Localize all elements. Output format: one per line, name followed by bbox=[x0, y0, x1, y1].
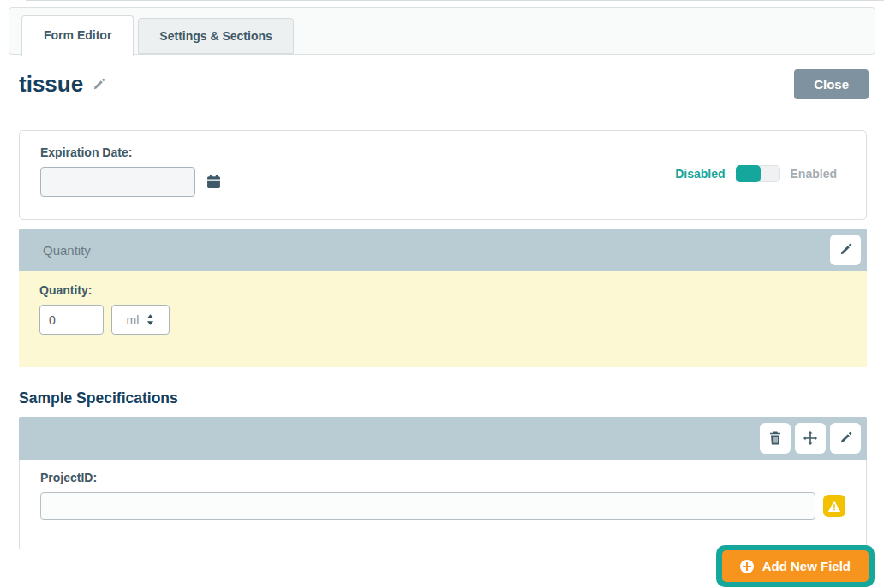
quantity-input[interactable] bbox=[39, 305, 104, 335]
move-arrows-icon bbox=[803, 431, 817, 445]
quantity-section-body: Quantity: ml bbox=[19, 271, 867, 367]
pencil-icon bbox=[839, 243, 852, 257]
page-title-wrap: tissue bbox=[19, 71, 105, 98]
tab-form-editor-label: Form Editor bbox=[44, 28, 111, 42]
tab-settings-sections-label: Settings & Sections bbox=[159, 29, 272, 43]
enable-toggle-group: Disabled Enabled bbox=[675, 165, 837, 182]
pencil-icon bbox=[839, 431, 852, 445]
project-id-row bbox=[40, 492, 845, 520]
quantity-section-header: Quantity bbox=[19, 229, 867, 271]
tab-strip: Form Editor Settings & Sections bbox=[9, 7, 875, 55]
tab-list: Form Editor Settings & Sections bbox=[21, 15, 294, 54]
toggle-enabled-label: Enabled bbox=[791, 167, 837, 181]
project-id-label: ProjectID: bbox=[40, 471, 845, 484]
edit-quantity-button[interactable] bbox=[830, 235, 861, 265]
enable-toggle[interactable] bbox=[736, 165, 780, 182]
close-button[interactable]: Close bbox=[794, 69, 869, 99]
tab-settings-sections[interactable]: Settings & Sections bbox=[138, 18, 293, 54]
quantity-row: ml bbox=[39, 305, 846, 335]
quantity-section: Quantity Quantity: ml bbox=[19, 229, 867, 367]
plus-circle-icon bbox=[740, 560, 754, 573]
edit-section-button[interactable] bbox=[830, 423, 861, 454]
quantity-section-title: Quantity bbox=[43, 243, 826, 258]
sample-specifications-section: ProjectID: bbox=[19, 417, 867, 549]
delete-section-button[interactable] bbox=[760, 423, 791, 454]
toggle-disabled-label: Disabled bbox=[675, 167, 725, 181]
add-new-field-button[interactable]: Add New Field bbox=[722, 550, 869, 582]
warning-triangle-icon bbox=[827, 500, 841, 513]
spec-section-header bbox=[19, 417, 867, 460]
sample-specifications-heading: Sample Specifications bbox=[19, 389, 884, 407]
tab-form-editor[interactable]: Form Editor bbox=[21, 15, 134, 56]
window-top-divider bbox=[26, 0, 884, 1]
page-title: tissue bbox=[19, 71, 83, 98]
unit-select-value: ml bbox=[127, 313, 140, 327]
expiration-date-label: Expiration Date: bbox=[40, 146, 845, 159]
move-section-button[interactable] bbox=[795, 423, 826, 454]
project-id-input[interactable] bbox=[40, 492, 815, 520]
unit-select[interactable]: ml bbox=[111, 305, 170, 335]
add-new-field-ring: Add New Field bbox=[716, 545, 875, 587]
spec-section-body: ProjectID: bbox=[19, 460, 867, 549]
title-row: tissue Close bbox=[19, 69, 869, 99]
expiration-date-input[interactable] bbox=[40, 167, 195, 197]
toggle-knob bbox=[736, 165, 761, 182]
quantity-field-label: Quantity: bbox=[39, 283, 846, 297]
calendar-icon[interactable] bbox=[206, 175, 221, 189]
warning-badge[interactable] bbox=[823, 495, 845, 517]
add-new-field-label: Add New Field bbox=[762, 559, 851, 573]
edit-title-pencil-icon[interactable] bbox=[92, 78, 105, 92]
trash-icon bbox=[768, 431, 782, 445]
expiration-date-panel: Expiration Date: Disabled Enabled bbox=[19, 130, 867, 220]
select-arrows-icon bbox=[146, 314, 154, 325]
